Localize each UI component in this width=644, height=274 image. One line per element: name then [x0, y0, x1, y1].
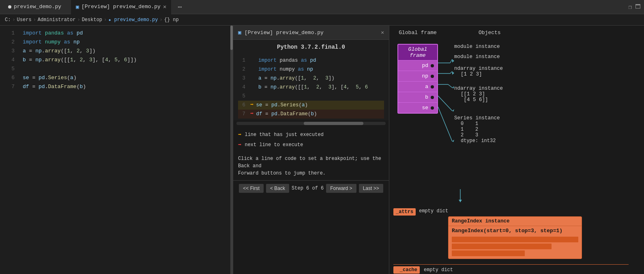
code-line-4[interactable]: b = np.array([[1, 2, 3], [4, 5, 6]]): [23, 56, 233, 65]
legend: ➡ line that has just executed ➡ next lin…: [233, 127, 389, 153]
tab-preview-demo[interactable]: preview_demo.py: [3, 0, 66, 14]
svg-line-4: [450, 71, 452, 73]
viz-panel: Global frame Objects: [389, 26, 644, 274]
next-arrow-icon: ➡: [238, 140, 241, 150]
frame-var-np: np: [398, 71, 437, 81]
tab-label-1: preview_demo.py: [14, 4, 61, 10]
preview-line-6[interactable]: 6 ➡ se = pd.Series(a): [238, 101, 384, 110]
ln-2: 2: [0, 38, 15, 47]
code-line-2[interactable]: import numpy as np: [23, 38, 233, 47]
current-line-arrow: ➡: [250, 100, 253, 110]
preview-line-2[interactable]: 2 import numpy as np: [238, 65, 384, 74]
breadcrumb-np[interactable]: {} np: [164, 17, 179, 23]
frame-var-pd: pd: [398, 60, 437, 71]
ln-5: 5: [0, 65, 15, 73]
code-content[interactable]: import pandas as pd import numpy as np a…: [19, 26, 233, 274]
last-button[interactable]: Last >>: [359, 184, 383, 193]
svg-marker-14: [459, 200, 462, 202]
debugger-close-icon[interactable]: ✕: [381, 29, 384, 36]
breadcrumb-c[interactable]: C:: [5, 17, 11, 23]
range-index-box: RangeIndex instance RangeIndex(start=0, …: [448, 216, 582, 259]
window-max-icon[interactable]: 🗖: [635, 4, 641, 10]
preview-line-7[interactable]: 7 ➡ df = pd.DataFrame(b): [238, 110, 384, 119]
debugger-scrollbar[interactable]: [236, 122, 386, 125]
window-restore-icon[interactable]: ❐: [629, 4, 632, 11]
ln-1: 1: [0, 29, 15, 38]
ln-4: 4: [0, 56, 15, 65]
breadcrumb-admin[interactable]: Administrator: [38, 17, 76, 23]
tab-label-2: [Preview] preview_demo.py: [82, 4, 161, 10]
var-dot-se: [431, 106, 434, 110]
obj-se: Series instance 0 1 1 2 2 3 dtype: int32: [454, 115, 629, 144]
breadcrumb-file[interactable]: ⬥ preview_demo.py: [108, 17, 158, 23]
svg-line-7: [448, 84, 452, 88]
cache-value: empty dict: [420, 267, 453, 273]
cache-key: _cache: [393, 266, 420, 274]
more-tabs-icon[interactable]: ⋯: [178, 2, 182, 11]
hint-content: Click a line of code to set a breakpoint…: [238, 156, 381, 176]
title-bar: preview_demo.py ▣ [Preview] preview_demo…: [0, 0, 644, 14]
attrs-value: empty dict: [419, 208, 448, 214]
preview-line-4[interactable]: 4 b = np.array([[1, 2, 3], [4, 5, 6: [238, 83, 384, 92]
obj-pd: module instance: [454, 43, 629, 50]
legend-current: ➡ line that has just executed: [238, 130, 384, 140]
step-info: Step 6 of 6: [292, 186, 324, 191]
breadcrumb-desktop[interactable]: Desktop: [82, 17, 102, 23]
breadcrumb: C: › Users › Administrator › Desktop › ⬥…: [0, 14, 644, 26]
svg-line-1: [450, 59, 452, 63]
preview-line-3[interactable]: 3 a = np.array([1, 2, 3]): [238, 74, 384, 83]
back-button[interactable]: < Back: [266, 184, 289, 193]
first-button[interactable]: << First: [239, 184, 264, 193]
range-index-value: RangeIndex(start=0, stop=3, step=1): [449, 226, 582, 235]
ln-7: 7: [0, 82, 15, 91]
obj-b-value: [[1 2 3] [4 5 6]]: [454, 91, 629, 103]
obj-a-label: ndarray instance: [454, 66, 503, 71]
forward-button[interactable]: Forward >: [326, 184, 356, 193]
nav-buttons: << First < Back Step 6 of 6 Forward > La…: [233, 180, 389, 196]
range-index-header: RangeIndex instance: [449, 217, 582, 226]
line-numbers: 1 2 3 4 5 6 7: [0, 26, 19, 274]
frame-var-b: b: [398, 92, 437, 102]
hint-text: Click a line of code to set a breakpoint…: [233, 153, 389, 180]
frame-var-se: se: [398, 102, 437, 113]
objects-area: module instance module instance ndarray …: [454, 42, 629, 147]
viz-headers: Global frame Objects: [389, 26, 644, 40]
preview-line-1[interactable]: 1 import pandas as pd: [238, 56, 384, 65]
code-line-7[interactable]: df = pd.DataFrame(b): [23, 82, 233, 91]
range-bar-3: [452, 250, 525, 256]
frames-box-header: Global frame: [398, 45, 437, 60]
editor-scrollbar[interactable]: [230, 26, 233, 274]
cache-row: _cache empty dict: [393, 264, 629, 274]
code-line-1[interactable]: import pandas as pd: [23, 29, 233, 38]
code-line-3[interactable]: a = np.array([1, 2, 3]): [23, 47, 233, 56]
breadcrumb-users[interactable]: Users: [17, 17, 32, 23]
attrs-key: _attrs: [393, 208, 416, 216]
attrs-section: _attrs empty dict: [393, 208, 448, 216]
debugger-file-icon: ▣: [238, 29, 241, 36]
debugger-scrollbar-thumb[interactable]: [304, 122, 363, 125]
code-preview[interactable]: 1 import pandas as pd 2 import numpy as …: [233, 54, 389, 120]
range-bar-2: [452, 244, 552, 249]
legend-next: ➡ next line to execute: [238, 140, 384, 150]
debugger-tab-label: [Preview] preview_demo.py: [245, 30, 324, 36]
tab-close-icon[interactable]: ✕: [163, 3, 166, 10]
viz-content: Global frame pd np a b se: [389, 40, 644, 274]
current-arrow-icon: ➡: [238, 130, 241, 140]
window-controls: ❐ 🗖: [629, 4, 641, 11]
legend-current-label: line that has just executed: [245, 131, 323, 140]
var-dot-b: [431, 96, 434, 99]
objects-header-label: Objects: [479, 30, 501, 36]
python-version: Python 3.7.2.final.0: [233, 40, 389, 54]
obj-np-label: module instance: [454, 54, 500, 60]
obj-a: ndarray instance [1 2 3]: [454, 65, 629, 77]
svg-line-9: [438, 96, 452, 111]
frame-var-a: a: [398, 81, 437, 92]
frames-header-label: Global frame: [397, 30, 438, 36]
editor-scrollbar-thumb[interactable]: [230, 26, 233, 50]
obj-pd-label: module instance: [454, 44, 500, 50]
obj-a-value: [1 2 3]: [454, 71, 629, 77]
bottom-attrs: _cache empty dict _id object instance _n…: [393, 264, 629, 274]
tab-preview[interactable]: ▣ [Preview] preview_demo.py ✕: [71, 0, 171, 14]
code-line-6[interactable]: se = pd.Series(a): [23, 73, 233, 82]
legend-next-label: next line to execute: [245, 141, 303, 150]
